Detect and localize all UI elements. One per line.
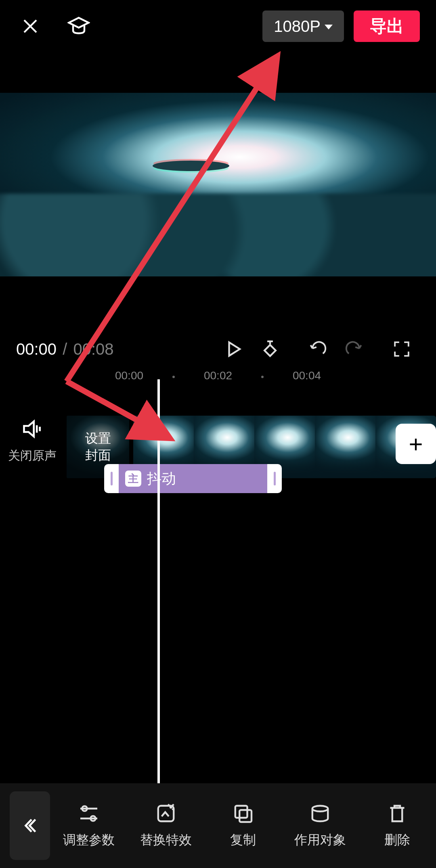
tool-adjust-params[interactable]: 调整参数: [50, 802, 127, 849]
plus-icon: +: [409, 430, 423, 458]
ruler-tick: [261, 376, 264, 378]
fullscreen-icon[interactable]: [384, 337, 420, 361]
tool-label: 替换特效: [140, 831, 192, 849]
effect-clip[interactable]: 主 抖动: [104, 464, 282, 493]
duration: 00:08: [73, 340, 113, 358]
effect-name: 抖动: [147, 469, 176, 489]
tool-label: 删除: [384, 831, 410, 849]
redo-icon[interactable]: [336, 337, 372, 361]
back-button[interactable]: [10, 791, 50, 860]
tool-copy[interactable]: 复制: [204, 802, 281, 849]
effect-left-handle[interactable]: [104, 464, 119, 493]
effect-right-handle[interactable]: [267, 464, 282, 493]
cover-label-line2: 封面: [85, 447, 111, 464]
top-bar: 1080P 导出: [0, 0, 436, 52]
svg-rect-5: [239, 810, 252, 822]
bottom-toolbar: 调整参数 替换特效 复制 作用对象 删除: [0, 783, 436, 868]
svg-point-3: [170, 806, 172, 809]
svg-rect-4: [235, 806, 247, 818]
mute-label: 关闭原声: [0, 448, 65, 464]
add-clip-button[interactable]: +: [396, 424, 436, 464]
playback-controls: 00:00 / 00:08: [0, 331, 436, 367]
video-preview[interactable]: [0, 93, 436, 276]
export-label: 导出: [370, 15, 404, 38]
resolution-label: 1080P: [274, 17, 321, 36]
keyframe-icon[interactable]: [252, 337, 288, 361]
tutorial-icon[interactable]: [65, 12, 93, 40]
export-button[interactable]: 导出: [354, 10, 420, 42]
time-separator: /: [63, 340, 67, 358]
timeline-ruler[interactable]: 00:00 00:02 00:04: [0, 369, 436, 385]
tool-label: 调整参数: [63, 831, 115, 849]
tool-label: 作用对象: [294, 831, 346, 849]
ruler-tick: [172, 376, 175, 378]
timeline[interactable]: 关闭原声 设置 封面 + 主 抖动: [0, 383, 436, 779]
tool-replace-effect[interactable]: 替换特效: [127, 802, 204, 849]
tool-label: 复制: [230, 831, 256, 849]
close-icon[interactable]: [16, 12, 44, 40]
svg-point-6: [312, 806, 328, 812]
cover-label-line1: 设置: [85, 430, 111, 447]
resolution-button[interactable]: 1080P: [262, 10, 344, 42]
ruler-mark: 00:04: [293, 369, 321, 382]
mute-original-audio[interactable]: 关闭原声: [0, 418, 65, 464]
play-icon[interactable]: [216, 337, 252, 361]
current-time: 00:00: [16, 340, 57, 358]
effect-body[interactable]: 主 抖动: [119, 464, 267, 493]
effect-badge: 主: [125, 471, 141, 487]
ruler-mark: 00:02: [204, 369, 232, 382]
top-bar-left: [16, 12, 93, 40]
chevron-down-icon: [325, 25, 333, 29]
tool-delete[interactable]: 删除: [359, 802, 436, 849]
undo-icon[interactable]: [300, 337, 336, 361]
timecode: 00:00 / 00:08: [16, 340, 114, 358]
ruler-mark: 00:00: [115, 369, 143, 382]
tool-apply-target[interactable]: 作用对象: [282, 802, 359, 849]
